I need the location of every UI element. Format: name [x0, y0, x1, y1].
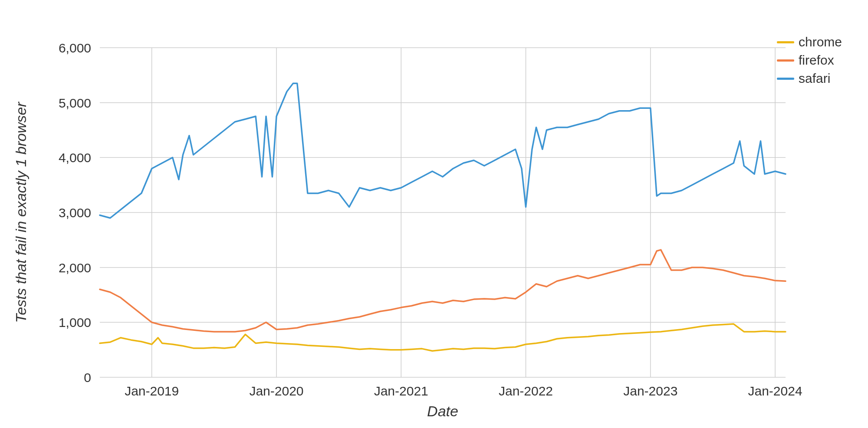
series-chrome [100, 324, 786, 351]
x-tick-label: Jan-2022 [499, 384, 553, 398]
x-tick-label: Jan-2024 [748, 384, 802, 398]
x-tick-label: Jan-2020 [249, 384, 303, 398]
y-tick-label: 2,000 [59, 261, 91, 275]
y-tick-label: 6,000 [59, 41, 91, 55]
legend-item-firefox: firefox [777, 53, 842, 68]
x-axis-label: Date [427, 403, 458, 419]
series-safari [100, 83, 786, 218]
y-tick-label: 0 [84, 370, 91, 385]
chart-legend: chromefirefoxsafari [777, 35, 842, 89]
line-chart: 01,0002,0003,0004,0005,0006,000Jan-2019J… [0, 0, 868, 428]
x-tick-label: Jan-2021 [374, 384, 428, 398]
y-tick-label: 4,000 [59, 150, 91, 165]
x-tick-label: Jan-2019 [125, 384, 179, 398]
y-axis-label: Tests that fail in exactly 1 browser [13, 101, 29, 323]
legend-label: chrome [799, 35, 842, 49]
legend-swatch [777, 78, 794, 80]
legend-item-chrome: chrome [777, 35, 842, 49]
y-tick-label: 3,000 [59, 206, 91, 220]
legend-label: firefox [799, 53, 834, 68]
x-tick-label: Jan-2023 [623, 384, 677, 398]
legend-swatch [777, 59, 794, 62]
legend-label: safari [799, 71, 830, 86]
series-firefox [100, 250, 786, 332]
legend-swatch [777, 41, 794, 43]
legend-item-safari: safari [777, 71, 842, 86]
chart-container: 01,0002,0003,0004,0005,0006,000Jan-2019J… [0, 0, 868, 428]
y-tick-label: 5,000 [59, 96, 91, 110]
y-tick-label: 1,000 [59, 315, 91, 330]
